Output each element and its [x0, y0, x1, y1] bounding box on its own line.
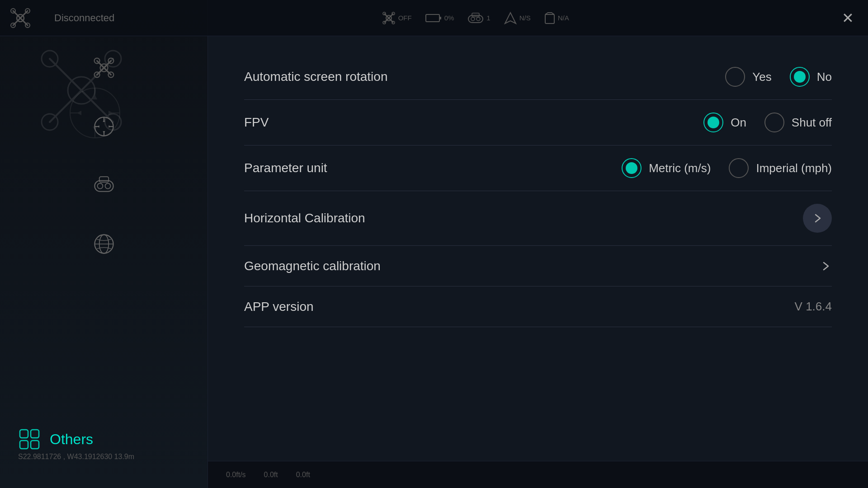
svg-rect-48	[99, 177, 108, 182]
fpv-on-dot	[708, 117, 719, 128]
drone-logo-icon	[9, 7, 32, 29]
svg-rect-53	[31, 430, 39, 438]
others-section[interactable]: Others	[18, 428, 93, 450]
svg-rect-52	[20, 430, 28, 438]
param-unit-options: Metric (m/s) Imperial (mph)	[622, 158, 832, 178]
connection-status: Disconnected	[54, 12, 114, 24]
sidebar-item-controller[interactable]	[0, 163, 208, 208]
left-panel: Others S22.9811726 , W43.1912630 13.9m	[0, 0, 208, 488]
crosshair-nav-icon	[90, 113, 118, 140]
telemetry-bar: 0.0ft/s 0.0ft 0.0ft	[208, 461, 868, 488]
fpv-on[interactable]: On	[703, 113, 746, 132]
svg-rect-15	[439, 17, 441, 19]
svg-rect-54	[20, 441, 28, 449]
drone-nav-icon	[90, 54, 118, 81]
auto-rotation-no-label: No	[817, 70, 832, 84]
fpv-on-radio[interactable]	[703, 113, 723, 132]
param-unit-row: Parameter unit Metric (m/s) Imperial (mp…	[244, 145, 832, 191]
auto-rotation-label: Automatic screen rotation	[244, 70, 725, 84]
param-unit-label: Parameter unit	[244, 161, 622, 175]
app-version-row: APP version V 1.6.4	[244, 286, 832, 327]
horizontal-cal-label: Horizontal Calibration	[244, 211, 803, 225]
param-metric-radio[interactable]	[622, 158, 642, 178]
sd-icon-group: N/A	[544, 12, 569, 24]
top-bar-center: OFF 0% 1 N/S	[114, 11, 836, 25]
app-version-label: APP version	[244, 300, 795, 314]
sidebar-item-drone[interactable]	[0, 45, 208, 90]
horizontal-cal-arrow[interactable]	[803, 204, 832, 233]
sidebar-item-control[interactable]	[0, 104, 208, 149]
battery-icon-group: 0%	[425, 13, 454, 23]
geomagnetic-cal-arrow-container	[819, 260, 832, 272]
svg-point-47	[105, 183, 110, 189]
coordinates-display: S22.9811726 , W43.1912630 13.9m	[18, 453, 134, 461]
param-metric-label: Metric (m/s)	[649, 161, 711, 175]
param-imperial[interactable]: Imperial (mph)	[729, 158, 832, 178]
others-icon	[18, 428, 41, 450]
geomagnetic-cal-row[interactable]: Geomagnetic calibration	[244, 246, 832, 286]
telemetry-altitude: 0.0ft	[264, 471, 278, 479]
auto-rotation-no-dot	[794, 71, 806, 83]
auto-rotation-row: Automatic screen rotation Yes No	[244, 54, 832, 100]
fpv-row: FPV On Shut off	[244, 100, 832, 145]
auto-rotation-yes[interactable]: Yes	[725, 67, 771, 87]
telemetry-distance: 0.0ft	[296, 471, 310, 479]
fpv-off-radio[interactable]	[764, 113, 784, 132]
param-imperial-radio[interactable]	[729, 158, 749, 178]
globe-nav-icon	[90, 230, 118, 258]
param-metric[interactable]: Metric (m/s)	[622, 158, 711, 178]
svg-point-17	[471, 17, 475, 21]
nav-items-container	[0, 45, 208, 267]
fpv-on-label: On	[731, 116, 746, 130]
bottom-nav-section: Others S22.9811726 , W43.1912630 13.9m	[0, 428, 208, 461]
close-button[interactable]: ✕	[836, 7, 859, 29]
param-metric-dot	[626, 162, 637, 174]
top-bar: Disconnected OFF 0%	[0, 0, 868, 36]
svg-point-46	[97, 183, 103, 189]
sd-label: N/A	[558, 14, 569, 22]
sidebar-item-globe[interactable]	[0, 221, 208, 267]
telemetry-speed: 0.0ft/s	[226, 471, 246, 479]
app-version-value: V 1.6.4	[795, 300, 832, 314]
auto-rotation-no[interactable]: No	[790, 67, 832, 87]
svg-point-18	[476, 17, 480, 21]
svg-rect-14	[426, 14, 439, 22]
geomagnetic-cal-arrow-icon[interactable]	[819, 260, 832, 272]
controller-signal-label: 1	[486, 14, 490, 22]
fpv-off[interactable]: Shut off	[764, 113, 832, 132]
auto-rotation-options: Yes No	[725, 67, 832, 87]
svg-rect-55	[31, 441, 39, 449]
fpv-off-label: Shut off	[792, 116, 832, 130]
svg-rect-20	[545, 14, 554, 23]
top-bar-left: Disconnected	[9, 7, 114, 29]
auto-rotation-yes-label: Yes	[752, 70, 771, 84]
auto-rotation-no-radio[interactable]	[790, 67, 810, 87]
geomagnetic-cal-label: Geomagnetic calibration	[244, 259, 819, 273]
main-settings-panel: Automatic screen rotation Yes No FPV	[208, 36, 868, 488]
fpv-options: On Shut off	[703, 113, 832, 132]
battery-label: 0%	[444, 14, 454, 22]
gps-label: N/S	[519, 14, 531, 22]
auto-rotation-yes-radio[interactable]	[725, 67, 745, 87]
others-label: Others	[50, 431, 93, 448]
controller-icon-group: 1	[467, 12, 490, 24]
signal-off-label: OFF	[398, 14, 412, 22]
signal-icon-group: OFF	[382, 11, 412, 25]
gps-icon-group: N/S	[504, 12, 531, 24]
horizontal-cal-row[interactable]: Horizontal Calibration	[244, 191, 832, 246]
fpv-label: FPV	[244, 115, 703, 130]
top-bar-right: ✕	[836, 7, 859, 29]
gamepad-nav-icon	[90, 172, 118, 199]
param-imperial-label: Imperial (mph)	[756, 161, 832, 175]
